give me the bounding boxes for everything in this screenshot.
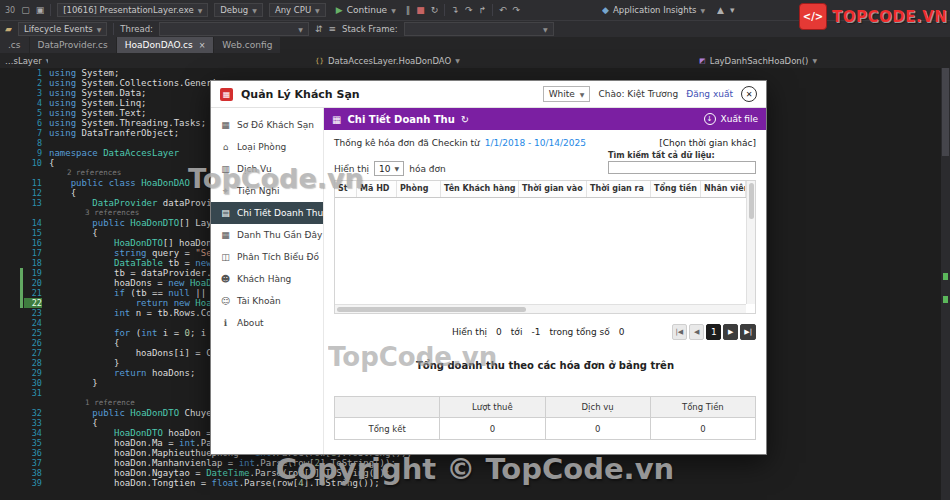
prev-page-button[interactable]: ◀ (689, 324, 704, 340)
editor-scrollbar[interactable] (941, 68, 950, 500)
swap-threads-icon[interactable]: ⇵ (315, 25, 323, 34)
toolbar-badge: 30 (5, 6, 15, 15)
first-page-button[interactable]: |◀ (672, 324, 688, 340)
sidebar-item-tien-nghi[interactable]: ✦Tiện Nghi (211, 180, 323, 202)
summary-value-cell: 0 (440, 418, 545, 439)
grid-column-header-5[interactable]: Thời gian ra (587, 181, 651, 197)
step-into-icon[interactable]: ↴ (451, 6, 459, 15)
next-page-button[interactable]: ▶ (723, 324, 738, 340)
export-file-button[interactable]: ↓ Xuất file (704, 113, 758, 125)
chevron-down-icon: ▼ (812, 57, 817, 64)
close-icon[interactable]: ✕ (741, 86, 757, 102)
chevron-down-icon: ▼ (198, 7, 203, 14)
summary-header-cell: Lượt thuê (440, 397, 545, 417)
stop-debugging-icon[interactable]: ■ (416, 6, 425, 15)
sidebar-item-chi-tiet-doanh-thu[interactable]: ▤Chi Tiết Doanh Thu (211, 202, 323, 224)
member-dropdown[interactable]: ◩ LayDanhSachHoaDon() ▼ (694, 53, 822, 68)
sidebar-item-about[interactable]: ℹAbout (211, 312, 323, 334)
page-1-button[interactable]: 1 (706, 324, 721, 340)
sidebar-item-khach-hang[interactable]: ☻Khách Hàng (211, 268, 323, 290)
search-input[interactable] (608, 161, 756, 174)
khach-hang-icon: ☻ (220, 274, 231, 284)
sidebar-item-label: Sơ Đồ Khách Sạn (237, 120, 314, 130)
chevron-down-icon: ▼ (580, 91, 585, 98)
pagination-row: Hiển thị0tới-1trong tổng số0 |◀◀1▶▶| (334, 324, 756, 342)
pagination-info-part: Hiển thị (452, 327, 487, 337)
change-time-link[interactable]: [Chọn thời gian khác] (659, 138, 756, 148)
grid-column-header-3[interactable]: Tên Khách hàng (441, 181, 519, 197)
more-tools-icon[interactable]: ▾ (730, 6, 735, 15)
undo-icon[interactable]: ↶ (499, 6, 507, 15)
method-icon: ◩ (699, 57, 706, 65)
grid-column-header-2[interactable]: Phòng (397, 181, 441, 197)
grid-column-header-0[interactable]: St (335, 181, 357, 197)
thread-list-icon[interactable]: ≡ (328, 25, 336, 34)
summary-header-cell (335, 397, 440, 417)
sidebar-item-dich-vu[interactable]: ▥Dịch Vụ (211, 158, 323, 180)
tab-hoadondao-cs[interactable]: HoaDonDAO.cs× (117, 37, 214, 53)
phan-tich-bieu-do-icon: ◫ (220, 252, 231, 262)
thread-dropdown[interactable]: ▼ (159, 22, 309, 36)
length-prefix: Hiển thị (334, 164, 369, 174)
theme-select[interactable]: White ▼ (543, 86, 591, 102)
app-insights-dropdown[interactable]: ◆ Application Insights ▼ (596, 3, 711, 17)
toolbar-divider (113, 23, 114, 35)
sidebar-item-tai-khoan[interactable]: ☺Tài Khoản (211, 290, 323, 312)
process-label: [10616] PresentationLayer.exe (63, 5, 193, 15)
screen: 30 ▢ ▣ [10616] PresentationLayer.exe▼ De… (0, 0, 950, 500)
config-dropdown[interactable]: Debug▼ (214, 3, 263, 17)
platform-dropdown[interactable]: Any CPU▼ (269, 3, 326, 17)
class-icon: {} (315, 57, 324, 65)
restart-icon[interactable]: ↻ (431, 6, 439, 15)
step-out-icon[interactable]: ↱ (478, 6, 486, 15)
scrollbar-thumb[interactable] (337, 307, 526, 312)
tab-label: DataProvider.cs (38, 40, 108, 50)
sidebar-item-danh-thu-gan-day[interactable]: ▦Danh Thu Gần Đây (211, 224, 323, 246)
so-do-khach-san-icon: ▦ (220, 120, 231, 130)
app-body: ▦Sơ Đồ Khách Sạn⌂Loại Phòng▥Dịch Vụ✦Tiện… (211, 108, 766, 454)
pagination-info-part: trong tổng số (549, 327, 609, 337)
scrollbar-thumb[interactable] (942, 68, 949, 156)
stack-frame-dropdown[interactable]: ▼ (404, 22, 554, 36)
grid-column-header-7[interactable]: Nhân viên lập (701, 181, 746, 197)
tab-web-config[interactable]: Web.config (214, 37, 280, 53)
grid-vscrollbar[interactable] (746, 181, 755, 304)
alert-icon[interactable]: ▲ (717, 6, 724, 15)
tien-nghi-icon: ✦ (220, 186, 231, 196)
grid-column-header-4[interactable]: Thời gian vào (519, 181, 587, 197)
sidebar-item-loai-phong[interactable]: ⌂Loại Phòng (211, 136, 323, 158)
lifecycle-events-dropdown[interactable]: Lifecycle Events▼ (18, 22, 107, 36)
refresh-icon[interactable]: ↻ (461, 114, 469, 125)
process-dropdown[interactable]: [10616] PresentationLayer.exe▼ (57, 3, 208, 17)
step-over-icon[interactable]: ↷ (465, 6, 473, 15)
tab--cs[interactable]: .cs (0, 37, 29, 53)
grid-hscrollbar[interactable] (335, 304, 746, 313)
sidebar-item-so-do-khach-san[interactable]: ▦Sơ Đồ Khách Sạn (211, 114, 323, 136)
page-length-select[interactable]: 10 ▼ (374, 161, 404, 176)
scrollbar-thumb[interactable] (749, 183, 754, 219)
tab-label: .cs (8, 40, 21, 50)
sidebar-item-label: Dịch Vụ (237, 164, 272, 174)
sidebar-item-phan-tich-bieu-do[interactable]: ◫Phân Tích Biểu Đồ (211, 246, 323, 268)
sidebar: ▦Sơ Đồ Khách Sạn⌂Loại Phòng▥Dịch Vụ✦Tiện… (211, 108, 324, 454)
continue-button[interactable]: ▶ Continue ▼ (332, 3, 400, 17)
grid-column-header-6[interactable]: Tổng tiền (651, 181, 701, 197)
logout-button[interactable]: Đăng xuất (686, 89, 733, 99)
sidebar-item-label: Chi Tiết Doanh Thu (237, 208, 323, 218)
break-all-icon[interactable]: ‖ (406, 6, 411, 15)
panel-header: ▦ Chi Tiết Doanh Thu ↻ ↓ Xuất file (324, 108, 766, 130)
dich-vu-icon: ▥ (220, 164, 231, 174)
redo-icon[interactable]: ↷ (513, 6, 521, 15)
type-dropdown[interactable]: {} DataAccesLayer.HoaDonDAO ▼ (310, 53, 465, 68)
grid-column-header-1[interactable]: Mã HD (357, 181, 397, 197)
tab-close-icon[interactable]: × (199, 41, 206, 50)
project-dropdown[interactable]: …sLayer▼ (0, 53, 48, 68)
sidebar-item-label: Loại Phòng (237, 142, 286, 152)
thread-label: Thread: (120, 24, 153, 34)
last-page-button[interactable]: ▶| (740, 324, 756, 340)
chevron-down-icon: ▼ (700, 7, 705, 14)
user-greeting: Chào: Kiệt Trương (598, 89, 678, 99)
save-icon[interactable]: ▣ (36, 6, 45, 15)
tab-dataprovider-cs[interactable]: DataProvider.cs (30, 37, 116, 53)
stats-prefix: Thống kê hóa đơn đã Checkin từ (334, 138, 480, 148)
